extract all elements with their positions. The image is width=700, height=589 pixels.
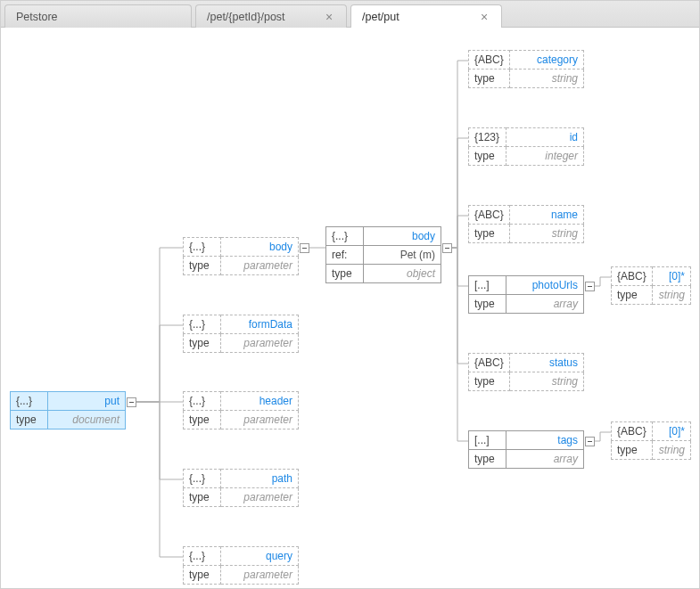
tab-label: /pet/put: [362, 11, 399, 23]
app-window: Petstore /pet/{petId}/post × /pet/put ×: [0, 0, 700, 589]
node-tags-item[interactable]: {ABC}[0]* typestring: [611, 421, 691, 460]
diagram-canvas[interactable]: {...} put type document {...}body typepa…: [1, 28, 699, 588]
braces-icon: {...}: [184, 315, 221, 334]
connector-lines: [1, 28, 699, 588]
node-path-param[interactable]: {...}path typeparameter: [183, 469, 299, 507]
close-icon[interactable]: ×: [323, 11, 335, 23]
node-body-object[interactable]: {...}body ref:Pet (m) typeobject: [325, 226, 441, 283]
node-status[interactable]: {ABC}status typestring: [468, 353, 584, 391]
tab-pet-put[interactable]: /pet/put ×: [350, 4, 502, 28]
braces-icon: {...}: [184, 238, 221, 257]
node-put[interactable]: {...} put type document: [10, 391, 126, 429]
expand-toggle[interactable]: [127, 397, 136, 407]
braces-icon: {...}: [184, 392, 221, 411]
expand-toggle[interactable]: [300, 243, 309, 253]
tab-pet-post[interactable]: /pet/{petId}/post ×: [195, 4, 347, 28]
node-name[interactable]: {ABC}name typestring: [468, 205, 584, 243]
braces-icon: {...}: [184, 470, 221, 488]
node-photourls-item[interactable]: {ABC}[0]* typestring: [611, 266, 691, 305]
tab-root[interactable]: Petstore: [4, 4, 192, 28]
node-body-param[interactable]: {...}body typeparameter: [183, 237, 299, 275]
expand-toggle[interactable]: [442, 243, 452, 253]
abc-icon: {ABC}: [612, 422, 653, 441]
tab-label: /pet/{petId}/post: [207, 11, 285, 23]
braces-icon: {...}: [326, 227, 364, 246]
array-icon: [...]: [469, 431, 506, 450]
expand-toggle[interactable]: [585, 437, 595, 446]
node-category[interactable]: {ABC}category typestring: [468, 50, 584, 88]
braces-icon: {...}: [11, 392, 48, 411]
array-icon: [...]: [469, 276, 506, 295]
abc-icon: {ABC}: [469, 206, 510, 225]
node-id[interactable]: {123}id typeinteger: [468, 127, 584, 166]
braces-icon: {...}: [184, 547, 221, 566]
abc-icon: {ABC}: [469, 51, 510, 70]
node-photourls[interactable]: [...]photoUrls typearray: [468, 275, 584, 314]
close-icon[interactable]: ×: [478, 11, 490, 23]
node-header-param[interactable]: {...}header typeparameter: [183, 391, 299, 429]
tab-label: Petstore: [16, 11, 58, 23]
abc-icon: {ABC}: [612, 267, 653, 286]
node-tags[interactable]: [...]tags typearray: [468, 430, 584, 469]
node-title: put: [48, 392, 126, 411]
node-query-param[interactable]: {...}query typeparameter: [183, 546, 299, 585]
expand-toggle[interactable]: [585, 282, 595, 291]
abc-icon: {ABC}: [469, 354, 510, 372]
tab-bar: Petstore /pet/{petId}/post × /pet/put ×: [1, 1, 699, 28]
node-formdata-param[interactable]: {...}formData typeparameter: [183, 315, 299, 353]
num-icon: {123}: [469, 128, 506, 147]
